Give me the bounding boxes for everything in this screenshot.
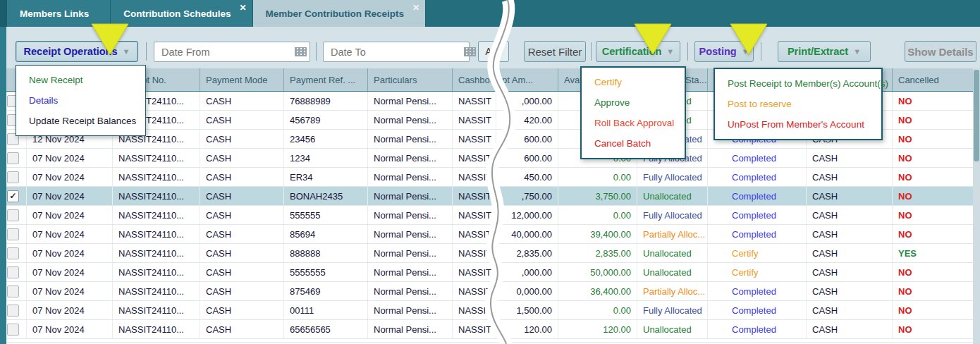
menu-item-roll-back-approval[interactable]: Roll Back Approval (582, 113, 685, 133)
menu-item-update-receipt-balances[interactable]: Update Receipt Balances (16, 111, 145, 131)
date-to-input[interactable] (329, 46, 464, 59)
cell-date: 07 Nov 2024 (27, 149, 113, 167)
cell-available: 39,400.00 (558, 225, 637, 243)
toolbar-divider (761, 42, 761, 61)
column-header-7[interactable]: pt Am... (496, 68, 558, 91)
cell-status: Certify (708, 263, 807, 281)
cell-status: Completed (708, 206, 807, 224)
certification-button[interactable]: Certification ▼ (596, 41, 680, 62)
reset-filter-button[interactable]: Reset Filter (524, 41, 586, 62)
table-row[interactable]: 07 Nov 2024NASSIT24110...CASH875469Norma… (0, 282, 973, 301)
cell-allocation: Partially Alloc... (637, 282, 708, 300)
show-details-button[interactable]: Show Details (905, 41, 976, 62)
cell-particulars: Normal Pensi... (368, 225, 453, 243)
cell-date: 07 Nov 2024 (27, 263, 113, 281)
cell-particulars: Normal Pensi... (368, 168, 453, 186)
cell-receipt-no: NASSIT24110... (113, 282, 200, 300)
checkbox[interactable] (7, 247, 19, 259)
checkbox[interactable] (7, 305, 19, 317)
checkbox[interactable] (7, 171, 19, 183)
checkbox-checked[interactable]: ✓ (7, 190, 19, 202)
menu-item-approve[interactable]: Approve (582, 92, 685, 113)
cell-payment-mode: CASH (200, 244, 284, 262)
column-header-3[interactable]: Payment Mode (200, 68, 284, 91)
cell-available: 50,000.00 (558, 263, 637, 281)
table-row[interactable]: 07 Nov 2024NASSIT24110...CASH65656565Nor… (0, 320, 973, 339)
cell-payment-mode: CASH (200, 263, 284, 281)
cell-payment-ref: 65656565 (284, 320, 368, 338)
tab-members-links[interactable]: Members Links (7, 0, 111, 27)
cell-payment-ref: 5555555 (284, 263, 368, 281)
column-header-5[interactable]: Particulars (368, 68, 453, 91)
cell-cashbook: NASSIT (453, 225, 496, 243)
table-row[interactable]: 07 Nov 2024NASSIT24110...CASH888888Norma… (0, 244, 973, 263)
table-row[interactable]: 07 Nov 2024NASSIT24110...CASHER34Normal … (0, 168, 973, 187)
receipt-operations-menu: New ReceiptDetailsUpdate Receipt Balance… (16, 65, 146, 136)
cell-available: 3,750.00 (558, 187, 637, 205)
calendar-icon[interactable] (295, 47, 307, 56)
cell-receipt-amount: 0,000.00 (496, 282, 558, 300)
close-icon[interactable]: ✕ (240, 4, 247, 12)
toolbar-divider (316, 42, 317, 61)
cell-particulars: Normal Pensi... (368, 301, 453, 319)
cell-status: Completed (708, 149, 807, 167)
cell-particulars: Normal Pensi... (368, 187, 453, 205)
table-row[interactable]: 07 Nov 2024NASSIT24110...CASH85694Normal… (0, 225, 973, 244)
checkbox[interactable] (7, 266, 19, 278)
receipt-operations-label: Receipt Operations (24, 46, 118, 57)
scrollbar-thumb[interactable] (974, 70, 979, 161)
menu-item-new-receipt[interactable]: New Receipt (16, 70, 145, 90)
toolbar-divider (591, 42, 592, 61)
column-header-6[interactable]: Cashbook (453, 68, 496, 91)
table-row[interactable]: 07 Nov 2024NASSIT24110...CASH5555555Norm… (0, 263, 973, 282)
cell-date: 07 Nov 2024 (27, 244, 113, 262)
menu-item-post-to-reserve[interactable]: Post to reserve (715, 94, 881, 114)
cell-cancelled: NO (893, 149, 973, 167)
cell-payment-mode: CASH (200, 206, 284, 224)
cell-date: 07 Nov 2024 (27, 168, 113, 186)
cell-payment-mode: CASH (200, 225, 284, 243)
cell-status: Completed (708, 320, 807, 338)
checkbox[interactable] (7, 228, 19, 240)
menu-item-post-receipt-to-member-s-account-s-[interactable]: Post Receipt to Member(s) Account(s) (715, 73, 881, 94)
cell-allocation: Partially Alloc... (637, 225, 708, 243)
posting-button[interactable]: Posting ▼ (694, 41, 754, 62)
close-icon[interactable]: ✕ (412, 4, 419, 12)
partial-row (0, 339, 973, 343)
column-header-4[interactable]: Payment Ref. ... (284, 68, 368, 91)
table-row[interactable]: 07 Nov 2024NASSIT24110...CASH1234Normal … (0, 149, 973, 168)
menu-item-certify[interactable]: Certify (582, 72, 685, 92)
cell-cancelled: NO (893, 282, 973, 300)
table-row[interactable]: ✓07 Nov 2024NASSIT24110...CASHBONAH2435N… (0, 187, 973, 206)
cell-payment-mode2: CASH (807, 282, 893, 300)
cell-payment-mode2: CASH (807, 301, 893, 319)
table-row[interactable]: 07 Nov 2024NASSIT24110...CASH00111Normal… (0, 301, 973, 320)
tab-member-contribution-receipts[interactable]: Member Contribution Receipts✕ (253, 0, 427, 27)
print-extract-button[interactable]: Print/Extract ▼ (778, 41, 871, 62)
cell-payment-mode: CASH (200, 320, 284, 338)
cell-receipt-no: NASSIT24110... (113, 168, 200, 186)
checkbox[interactable] (7, 209, 19, 221)
menu-item-details[interactable]: Details (16, 90, 145, 111)
calendar-icon[interactable] (464, 47, 476, 56)
date-from-input[interactable] (160, 46, 295, 59)
date-from-field[interactable] (154, 42, 310, 62)
receipt-operations-button[interactable]: Receipt Operations ▼ (16, 41, 138, 62)
menu-item-cancel-batch[interactable]: Cancel Batch (582, 133, 685, 154)
checkbox[interactable] (7, 324, 19, 336)
vertical-scrollbar[interactable] (973, 68, 980, 344)
checkbox[interactable] (7, 152, 19, 164)
cell-receipt-no: NASSIT24110... (113, 225, 200, 243)
chevron-down-icon: ▼ (853, 47, 861, 56)
checkbox[interactable] (7, 285, 19, 297)
table-row[interactable]: 07 Nov 2024NASSIT24110...CASH555555Norma… (0, 206, 973, 225)
tab-contribution-schedules[interactable]: Contribution Schedules✕ (111, 0, 252, 27)
cell-receipt-amount: ,750.00 (496, 187, 558, 205)
cell-payment-ref: 23456 (284, 130, 368, 148)
cell-payment-mode2: CASH (807, 149, 893, 167)
date-to-field[interactable] (323, 42, 470, 62)
cell-particulars: Normal Pensi... (368, 130, 453, 148)
menu-item-unpost-from-member-s-account[interactable]: UnPost From Member's Account (715, 114, 881, 135)
column-header-12[interactable]: Cancelled (893, 68, 973, 91)
allocated-filter-button-torn[interactable]: Allo (478, 41, 509, 62)
